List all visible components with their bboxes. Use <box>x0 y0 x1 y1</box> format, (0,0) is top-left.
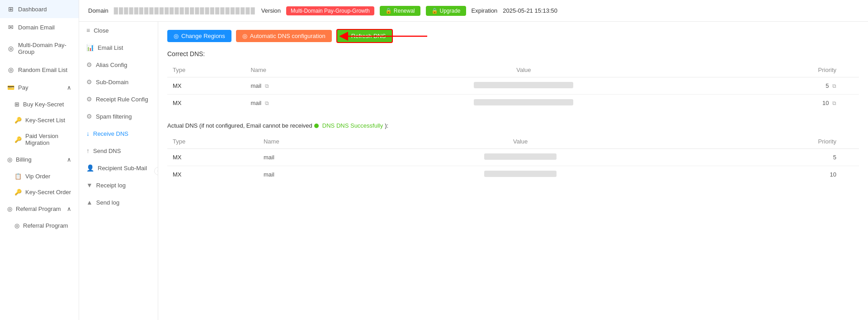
correct-dns-title: Correct DNS: <box>167 50 859 57</box>
blurred-value-2 <box>474 99 573 105</box>
correct-dns-row-1: MX mail ⧉ 5 ⧉ <box>167 77 859 95</box>
chevron-up-icon: ∧ <box>67 205 71 212</box>
sidebar-item-referral-program[interactable]: ◎ Referral Program <box>0 218 79 234</box>
left-submenu-panel: ‹ ≡ Close 📊 Email List ⚙ Alias Config ⚙ … <box>79 22 158 320</box>
expiration-value: 2025-05-21 15:13:50 <box>503 7 557 14</box>
dns-success-text: DNS DNS Successfully <box>322 122 383 129</box>
lock-icon-2: 🔒 <box>431 8 438 14</box>
copy-icon-p1[interactable]: ⧉ <box>832 83 836 89</box>
menu-icon: ≡ <box>86 27 90 34</box>
sidebar-item-label: Referral Program <box>23 222 68 229</box>
receipt-log-icon: ▼ <box>86 181 93 189</box>
correct-dns-row2-value <box>341 95 706 112</box>
random-email-icon: ◎ <box>7 66 14 73</box>
correct-dns-col-name: Name <box>245 63 341 77</box>
correct-dns-row2-name: mail ⧉ <box>245 95 341 112</box>
receipt-rule-icon: ⚙ <box>86 96 92 103</box>
sidebar-item-key-secret-order[interactable]: 🔑 Key-Secret Order <box>0 184 79 200</box>
actual-dns-row-2: MX mail 10 <box>167 166 859 183</box>
location-icon: ◎ <box>174 33 179 39</box>
correct-dns-row2-type: MX <box>167 95 245 112</box>
dns-status-dot <box>314 124 319 128</box>
settings-icon: ◎ <box>242 33 247 39</box>
submenu-label: Receipt log <box>96 182 126 189</box>
email-icon: ✉ <box>7 24 14 31</box>
submenu-item-receipt-rule-config[interactable]: ⚙ Receipt Rule Config <box>79 91 158 108</box>
submenu-label: Receive DNS <box>93 130 128 137</box>
submenu-label: Close <box>94 27 108 34</box>
submenu-item-send-dns[interactable]: ↑ Send DNS <box>79 142 158 159</box>
multi-domain-icon: ◎ <box>7 45 14 52</box>
submenu-label: Send log <box>96 199 119 206</box>
actual-dns-row2-priority: 10 <box>680 166 859 183</box>
migration-icon: 🔑 <box>14 136 22 143</box>
copy-icon-p2[interactable]: ⧉ <box>832 100 836 106</box>
correct-dns-row1-name: mail ⧉ <box>245 77 341 95</box>
correct-dns-row2-priority: 10 ⧉ <box>706 95 859 112</box>
submenu-label: Recipient Sub-Mail <box>98 165 147 172</box>
submenu-item-recipient-sub-mail[interactable]: 👤 Recipient Sub-Mail <box>79 159 158 177</box>
chevron-up-icon: ∧ <box>67 84 71 91</box>
domain-value: ████████████████████████████ <box>114 7 256 14</box>
content-area: ‹ ≡ Close 📊 Email List ⚙ Alias Config ⚙ … <box>79 22 868 320</box>
chart-icon: 📊 <box>86 44 94 51</box>
sidebar-item-buy-key-secret[interactable]: ⊞ Buy Key-Secret <box>0 96 79 112</box>
alias-icon: ⚙ <box>86 61 92 68</box>
upgrade-button[interactable]: 🔒 Upgrade <box>426 6 466 16</box>
sidebar-item-random-email[interactable]: ◎ Random Email List <box>0 61 79 79</box>
actual-dns-col-value: Value <box>360 134 681 149</box>
actual-dns-col-type: Type <box>167 134 258 149</box>
domain-label: Domain <box>88 7 108 14</box>
sidebar-group-pay[interactable]: 💳 Pay ∧ <box>0 79 79 96</box>
actual-dns-row2-type: MX <box>167 166 258 183</box>
sidebar: ⊞ Dashboard ✉ Domain Email ◎ Multi-Domai… <box>0 0 79 320</box>
sidebar-item-vip-order[interactable]: 📋 Vip Order <box>0 168 79 184</box>
chevron-up-icon: ∧ <box>67 156 71 163</box>
sidebar-item-dashboard[interactable]: ⊞ Dashboard <box>0 0 79 18</box>
sidebar-group-label: Billing <box>16 156 32 163</box>
correct-dns-col-value: Value <box>341 63 706 77</box>
key-list-icon: 🔑 <box>14 117 22 124</box>
copy-icon-1[interactable]: ⧉ <box>265 83 269 89</box>
correct-dns-section: Correct DNS: Type Name Value Priority MX <box>167 50 859 111</box>
submenu-item-email-list[interactable]: 📊 Email List <box>79 39 158 56</box>
send-dns-icon: ↑ <box>86 147 90 154</box>
submenu-item-alias-config[interactable]: ⚙ Alias Config <box>79 56 158 73</box>
submenu-item-receive-dns[interactable]: ↓ Receive DNS <box>79 125 158 142</box>
buy-key-icon: ⊞ <box>14 101 19 108</box>
submenu-item-sub-domain[interactable]: ⚙ Sub-Domain <box>79 73 158 91</box>
submenu-item-close[interactable]: ≡ Close <box>79 22 158 39</box>
submenu-label: Email List <box>98 44 123 51</box>
version-badge: Multi-Domain Pay-Group-Growth <box>286 6 374 15</box>
copy-icon-2[interactable]: ⧉ <box>265 100 269 106</box>
submenu-item-spam-filtering[interactable]: ⚙ Spam filtering <box>79 108 158 125</box>
sidebar-item-key-secret-list[interactable]: 🔑 Key-Secret List <box>0 112 79 128</box>
actual-dns-col-priority: Priority <box>680 134 859 149</box>
sidebar-item-multi-domain[interactable]: ◎ Multi-Domain Pay-Group <box>0 36 79 61</box>
submenu-label: Alias Config <box>96 62 127 68</box>
change-regions-button[interactable]: ◎ Change Regions <box>167 30 231 42</box>
sidebar-item-paid-version-migration[interactable]: 🔑 Paid Version Migration <box>0 128 79 151</box>
submenu-item-send-log[interactable]: ▲ Send log <box>79 194 158 211</box>
arrow-svg <box>346 29 436 43</box>
actual-dns-section: Actual DNS (if not configured, Email can… <box>167 122 859 183</box>
correct-dns-col-priority: Priority <box>706 63 859 77</box>
referral-program-icon: ◎ <box>14 222 19 229</box>
sidebar-item-label: Domain Email <box>18 24 55 31</box>
billing-icon: ◎ <box>7 156 12 163</box>
action-buttons-row: ◎ Change Regions ◎ Automatic DNS configu… <box>167 29 859 43</box>
sidebar-item-label: Key-Secret Order <box>25 189 71 196</box>
auto-dns-button[interactable]: ◎ Automatic DNS configuration <box>236 30 332 42</box>
sidebar-group-billing[interactable]: ◎ Billing ∧ <box>0 151 79 168</box>
submenu-label: Receipt Rule Config <box>96 96 148 103</box>
correct-dns-table: Type Name Value Priority MX mail ⧉ <box>167 63 859 111</box>
dashboard-icon: ⊞ <box>7 5 14 13</box>
renewal-button[interactable]: 🔒 Renewal <box>380 6 420 16</box>
submenu-item-receipt-log[interactable]: ▼ Receipt log <box>79 177 158 194</box>
sidebar-item-domain-email[interactable]: ✉ Domain Email <box>0 18 79 36</box>
expiration-label: Expiration <box>472 7 498 14</box>
vip-order-icon: 📋 <box>14 173 22 180</box>
spam-icon: ⚙ <box>86 113 92 120</box>
sidebar-group-referral[interactable]: ◎ Referral Program ∧ <box>0 200 79 218</box>
actual-dns-row-1: MX mail 5 <box>167 149 859 166</box>
